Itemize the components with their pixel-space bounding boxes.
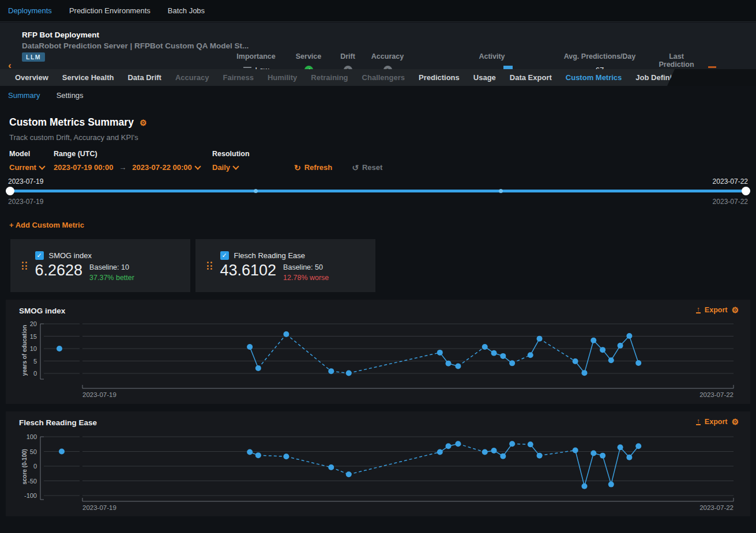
metric-checkbox[interactable]: ✓ bbox=[220, 251, 229, 260]
export-button[interactable]: ↑ Export ⚙ bbox=[696, 418, 739, 426]
deployment-header: ‹ RFP Bot Deployment DataRobot Predictio… bbox=[0, 22, 756, 69]
metric-cards: ✓ SMOG index 6.2628 Baseline: 10 37.37% … bbox=[10, 239, 375, 292]
refresh-button[interactable]: ↻ Refresh bbox=[294, 163, 332, 172]
page-subtitle: Track custom Drift, Accuracy and KPI's bbox=[9, 133, 138, 142]
tab-job-definitions[interactable]: Job Definitions bbox=[629, 73, 697, 82]
smog-line-chart: 051015202023-07-192023-07-22 bbox=[6, 317, 750, 404]
flesch-line-chart: -100-500501002023-07-192023-07-22 bbox=[6, 429, 750, 516]
svg-text:2023-07-22: 2023-07-22 bbox=[699, 391, 734, 398]
metric-card-smog: ✓ SMOG index 6.2628 Baseline: 10 37.37% … bbox=[10, 239, 190, 292]
drift-label: Drift bbox=[333, 52, 362, 61]
reset-button[interactable]: ↺ Reset bbox=[352, 163, 382, 172]
tab-settings[interactable]: Settings bbox=[697, 73, 740, 82]
tab-retraining[interactable]: Retraining bbox=[304, 73, 355, 82]
chart-title: Flesch Reading Ease bbox=[19, 418, 97, 427]
export-button[interactable]: ↑ Export ⚙ bbox=[696, 306, 739, 314]
range-picker[interactable]: 2023-07-19 00:00 → 2023-07-22 00:00 bbox=[54, 163, 212, 172]
model-select[interactable]: Current bbox=[9, 163, 54, 172]
svg-text:50: 50 bbox=[30, 448, 37, 455]
slider-tick-dot[interactable] bbox=[499, 189, 503, 193]
metric-name: SMOG index bbox=[49, 251, 92, 260]
app-root: Deployments Prediction Environments Batc… bbox=[0, 0, 756, 533]
nav-deployments[interactable]: Deployments bbox=[8, 6, 52, 15]
controls-row: Model Current Range (UTC) 2023-07-19 00:… bbox=[9, 150, 382, 172]
svg-text:-100: -100 bbox=[24, 492, 37, 499]
metric-value: 6.2628 bbox=[35, 262, 83, 279]
page-title: Custom Metrics Summary ⚙ bbox=[9, 116, 146, 128]
slider-handle-end[interactable] bbox=[742, 187, 750, 195]
add-custom-metric-button[interactable]: + Add Custom Metric bbox=[9, 221, 84, 229]
metric-checkbox[interactable]: ✓ bbox=[35, 251, 44, 260]
chevron-down-icon bbox=[232, 163, 239, 169]
nav-prediction-environments[interactable]: Prediction Environments bbox=[69, 6, 151, 15]
slider-start-label: 2023-07-19 bbox=[8, 177, 43, 186]
range-control: Range (UTC) 2023-07-19 00:00 → 2023-07-2… bbox=[54, 150, 212, 172]
tab-challengers[interactable]: Challengers bbox=[355, 73, 412, 82]
drag-handle-icon[interactable] bbox=[207, 262, 212, 270]
svg-text:-50: -50 bbox=[28, 478, 37, 485]
stat-activity: Activity bbox=[456, 52, 528, 61]
chevron-down-icon bbox=[39, 163, 45, 169]
tab-humility[interactable]: Humility bbox=[261, 73, 304, 82]
tab-accuracy[interactable]: Accuracy bbox=[168, 73, 216, 82]
tab-custom-metrics[interactable]: Custom Metrics bbox=[559, 73, 629, 82]
deployment-subtitle: DataRobot Prediction Server | RFPBot Cus… bbox=[22, 41, 249, 50]
tab-bar: OverviewService HealthData DriftAccuracy… bbox=[0, 69, 675, 86]
chart-gear-icon[interactable]: ⚙ bbox=[731, 306, 739, 314]
range-arrow-icon: → bbox=[116, 163, 129, 172]
chart-gear-icon[interactable]: ⚙ bbox=[731, 418, 739, 426]
export-label: Export bbox=[705, 306, 728, 314]
export-icon: ↑ bbox=[696, 307, 701, 313]
slider-track[interactable] bbox=[6, 190, 750, 192]
sub-nav: Summary Settings bbox=[8, 91, 84, 100]
svg-text:2023-07-19: 2023-07-19 bbox=[82, 504, 116, 511]
llm-badge: LLM bbox=[22, 52, 45, 62]
slider-tick-dot[interactable] bbox=[254, 189, 258, 193]
chart-panel-smog: SMOG index ↑ Export ⚙ years of education… bbox=[6, 300, 750, 404]
svg-text:0: 0 bbox=[33, 463, 37, 470]
tab-data-drift[interactable]: Data Drift bbox=[121, 73, 168, 82]
model-label: Model bbox=[9, 150, 54, 158]
svg-text:20: 20 bbox=[30, 320, 37, 327]
page-title-text: Custom Metrics Summary bbox=[9, 116, 134, 128]
reset-label: Reset bbox=[362, 163, 382, 172]
tab-fairness[interactable]: Fairness bbox=[216, 73, 261, 82]
nav-batch-jobs[interactable]: Batch Jobs bbox=[168, 6, 205, 15]
export-label: Export bbox=[705, 418, 728, 426]
model-value: Current bbox=[9, 163, 36, 172]
reset-icon: ↺ bbox=[352, 164, 359, 172]
subtab-summary[interactable]: Summary bbox=[8, 91, 40, 100]
resolution-select[interactable]: Daily bbox=[212, 163, 254, 172]
tab-service-health[interactable]: Service Health bbox=[55, 73, 121, 82]
tab-notifications[interactable]: Notifications bbox=[740, 73, 756, 82]
metric-delta: 12.78% worse bbox=[283, 274, 329, 282]
svg-text:100: 100 bbox=[27, 433, 37, 440]
subtab-settings[interactable]: Settings bbox=[57, 91, 84, 100]
range-start-value: 2023-07-19 00:00 bbox=[54, 163, 113, 172]
slider-start-sublabel: 2023-07-19 bbox=[8, 198, 43, 206]
slider-end-label: 2023-07-22 bbox=[713, 177, 748, 186]
slider-handle-start[interactable] bbox=[6, 187, 14, 195]
tab-bar-wrap: OverviewService HealthData DriftAccuracy… bbox=[0, 69, 756, 86]
avg-predictions-label: Avg. Predictions/Day bbox=[555, 52, 645, 61]
deployment-title: RFP Bot Deployment bbox=[22, 31, 99, 39]
resolution-label: Resolution bbox=[212, 150, 254, 158]
svg-text:2023-07-19: 2023-07-19 bbox=[82, 391, 116, 398]
svg-text:5: 5 bbox=[33, 358, 37, 365]
tab-data-export[interactable]: Data Export bbox=[503, 73, 559, 82]
tab-overview[interactable]: Overview bbox=[8, 73, 55, 82]
tab-predictions[interactable]: Predictions bbox=[412, 73, 467, 82]
last-prediction-label: Last Prediction bbox=[650, 52, 702, 69]
slider-end-sublabel: 2023-07-22 bbox=[713, 198, 748, 206]
svg-text:10: 10 bbox=[30, 345, 37, 352]
service-label: Service bbox=[291, 52, 326, 61]
chevron-down-icon bbox=[194, 163, 201, 169]
tab-usage[interactable]: Usage bbox=[467, 73, 503, 82]
resolution-control: Resolution Daily bbox=[212, 150, 254, 172]
metric-delta: 37.37% better bbox=[89, 274, 134, 282]
drag-handle-icon[interactable] bbox=[22, 262, 27, 270]
settings-gear-icon[interactable]: ⚙ bbox=[140, 119, 147, 127]
metric-name: Flesch Reading Ease bbox=[234, 251, 306, 260]
resolution-value: Daily bbox=[212, 163, 230, 172]
range-end-value: 2023-07-22 00:00 bbox=[132, 163, 191, 172]
